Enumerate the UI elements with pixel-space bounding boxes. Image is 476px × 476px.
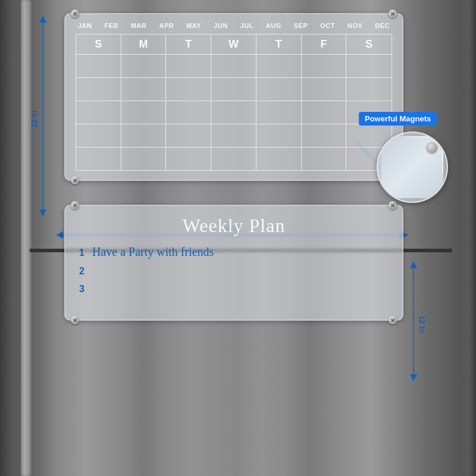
magnets-inner-detail [381,136,443,198]
magnets-badge: Powerful Magnets [359,112,437,126]
weekly-plan-title: Weekly Plan [79,215,389,237]
weekly-text-1: Have a Party with friends [92,245,214,259]
month-oct: OCT [320,22,335,29]
cal-cell [121,148,167,170]
month-may: MAY [186,22,201,29]
day-tue: T [166,35,211,54]
magnets-callout: Powerful Magnets [359,112,469,203]
weekly-num-3: 3 [79,284,92,295]
cal-cell [76,55,121,77]
cal-cell [211,148,256,170]
cal-cell [166,148,211,170]
weekly-item-3: 3 [79,284,389,295]
cal-week-2 [76,78,392,101]
cal-cell [256,55,302,77]
month-apr: APR [159,22,174,29]
cal-cell [256,78,302,101]
fridge-right-edge [458,0,476,476]
day-wed: W [211,35,256,54]
month-mar: MAR [131,22,147,29]
cal-cell [256,101,302,124]
cal-cell [76,148,121,170]
day-mon: M [121,35,167,54]
month-row: JAN FEB MAR APR MAY JUN JUL AUG SEP OCT … [76,22,392,29]
cal-cell [211,124,256,147]
cal-cell [302,148,347,170]
fridge-handle [21,0,33,476]
weekly-num-1: 1 [79,248,92,258]
cal-cell [166,78,211,101]
calendar-grid: S M T W T F S [76,34,392,171]
month-dec: DEC [375,22,390,29]
cal-cell [302,124,347,147]
cal-cell [211,55,256,77]
weekly-item-1: 1 Have a Party with friends [79,245,389,259]
month-feb: FEB [104,22,118,29]
day-sun: S [76,35,121,54]
magnets-circle [377,131,448,203]
cal-cell [346,78,392,101]
cal-cell [346,55,392,77]
month-sep: SEP [294,22,308,29]
screw-weekly-bl [71,316,79,324]
month-jan: JAN [78,22,92,29]
cal-cell [166,124,211,147]
screw-weekly-br [389,316,397,324]
cal-week-5 [76,148,392,170]
cal-cell [121,55,167,77]
cal-week-3 [76,101,392,124]
cal-cell [256,148,302,170]
weekly-item-2: 2 [79,266,389,277]
cal-cell [166,101,211,124]
cal-cell [76,124,121,147]
cal-cell [211,78,256,101]
day-thu: T [256,35,302,54]
month-jun: JUN [214,22,228,29]
cal-week-1 [76,55,392,78]
cal-week-4 [76,124,392,148]
cal-cell [302,78,347,101]
cal-cell [302,101,347,124]
cal-cell [302,55,347,77]
day-fri: F [302,35,347,54]
screw-cal-bl [71,176,79,184]
cal-cell [166,55,211,77]
cal-cell [256,124,302,147]
month-aug: AUG [266,22,281,29]
calendar-header: S M T W T F S [76,35,392,55]
cal-cell [76,78,121,101]
day-sat: S [346,35,392,54]
cal-cell [121,78,167,101]
month-jul: JUL [240,22,253,29]
weekly-num-2: 2 [79,266,92,277]
cal-cell [211,101,256,124]
cal-cell [121,101,167,124]
cal-cell [121,124,167,147]
cal-cell [76,101,121,124]
weekly-plan-board: Weekly Plan 1 Have a Party with friends … [64,205,403,321]
magnet-screw-detail [427,142,437,153]
screw-weekly-tl [71,201,79,209]
screw-cal-tr [389,10,397,18]
calendar-board: JAN FEB MAR APR MAY JUN JUL AUG SEP OCT … [64,13,403,181]
screw-cal-tl [71,10,79,18]
month-nov: NOV [347,22,362,29]
